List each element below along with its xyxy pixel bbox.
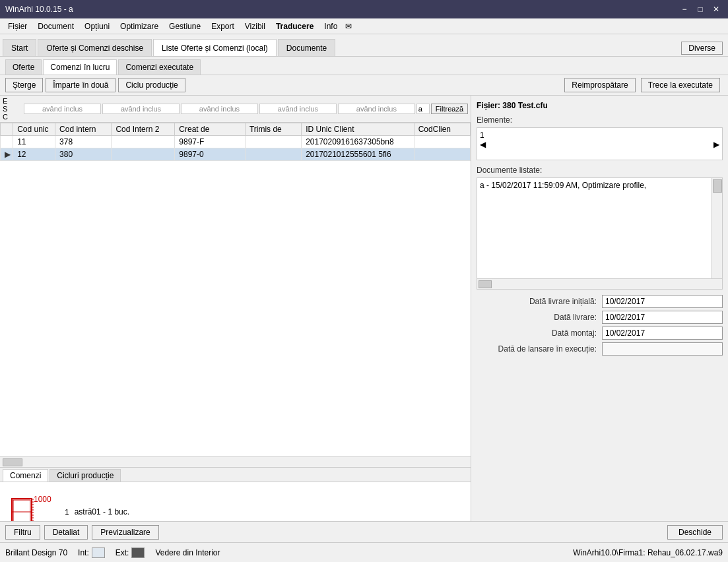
col-header-trimis-de[interactable]: Trimis de: [245, 123, 301, 136]
bottom-tab-cicluri[interactable]: Cicluri producție: [50, 469, 121, 482]
status-design: Brillant Design 70: [5, 548, 67, 557]
filtru-button[interactable]: Filtru: [5, 525, 40, 540]
label-livrare: Dată livrare:: [477, 313, 602, 322]
docs-vertical-scrollbar[interactable]: [711, 178, 722, 278]
cell-trimis-de: [245, 148, 301, 161]
filter-col2[interactable]: având inclus: [102, 104, 180, 114]
menu-gestiune[interactable]: Gestiune: [164, 18, 206, 34]
scroll-left-icon[interactable]: ◀: [480, 140, 486, 149]
title-bar: WinArhi 10.0.15 - a − □ ✕: [0, 0, 728, 18]
menu-vizibil[interactable]: Vizibil: [240, 18, 271, 34]
cell-cod-unic: 11: [13, 136, 55, 148]
sub-tab-oferte[interactable]: Oferte: [5, 59, 42, 75]
top-tabs: Start Oferte și Comenzi deschise Liste O…: [0, 34, 728, 57]
tab-start[interactable]: Start: [3, 39, 36, 56]
cell-cod-intern2: [112, 148, 175, 161]
documente-label: Documente listate:: [477, 166, 723, 175]
input-montaj[interactable]: [602, 327, 723, 340]
horizontal-scrollbar[interactable]: [0, 456, 471, 467]
filter-col6[interactable]: a: [416, 104, 430, 114]
label-montaj: Dată montaj:: [477, 328, 602, 338]
input-livrare-initiala[interactable]: [602, 295, 723, 308]
menu-info[interactable]: Info: [319, 18, 343, 34]
table-row[interactable]: ▶ 12 380 9897-0 2017021012555601 5fi6: [1, 148, 471, 161]
email-icon[interactable]: ✉: [345, 22, 352, 31]
filter-col4[interactable]: având inclus: [259, 104, 337, 114]
filter-col1[interactable]: având inclus: [24, 104, 101, 114]
menu-export[interactable]: Export: [206, 18, 240, 34]
ciclu-button[interactable]: Ciclu producție: [118, 78, 185, 92]
cell-creat-de: 9897-0: [175, 148, 246, 161]
docs-horizontal-scrollbar[interactable]: [477, 278, 722, 289]
minimize-button[interactable]: −: [678, 3, 691, 16]
toolbar-right: Reimprospătare Trece la executate: [564, 78, 723, 92]
data-table: Cod unic Cod intern Cod Intern 2 Creat d…: [0, 123, 471, 161]
int-color-swatch: [92, 547, 105, 558]
elements-box: 1 ◀ ▶: [477, 127, 723, 160]
filter-col3[interactable]: având inclus: [181, 104, 258, 114]
filter-bar: ESC având inclus având inclus având incl…: [0, 96, 471, 123]
sub-tab-comenzi-lucru[interactable]: Comenzi în lucru: [43, 59, 117, 75]
field-row-lansare: Dată de lansare în execuție:: [477, 342, 723, 356]
status-int: Int:: [78, 547, 105, 558]
col-header-cod-unic[interactable]: Cod unic: [13, 123, 55, 136]
right-panel: Fișier: 380 Test.cfu Elemente: 1 ◀ ▶ Doc…: [471, 96, 728, 541]
tab-documente[interactable]: Documente: [278, 39, 335, 56]
imparte-button[interactable]: Împarte în două: [46, 78, 116, 92]
maximize-button[interactable]: □: [694, 3, 707, 16]
bottom-tabs: Comenzi Cicluri producție: [0, 467, 471, 482]
col-header-id-unic[interactable]: ID Unic Client: [302, 123, 414, 136]
sub-tab-comenzi-executate[interactable]: Comenzi executate: [118, 59, 201, 75]
trece-button[interactable]: Trece la executate: [641, 78, 720, 92]
field-row-livrare: Dată livrare:: [477, 311, 723, 324]
filter-col5[interactable]: având inclus: [338, 104, 415, 114]
col-header-arrow: [1, 123, 13, 136]
panels-area: ESC având inclus având inclus având incl…: [0, 96, 728, 541]
tab-liste-oferte[interactable]: Liste Oferte și Comenzi (local): [153, 39, 277, 56]
previzualizare-button[interactable]: Previzualizare: [92, 525, 158, 540]
status-vedere: Vedere din Interior: [155, 548, 220, 557]
filtreaza-button[interactable]: Filtrează: [431, 104, 468, 114]
toolbar: Șterge Împarte în două Ciclu producție R…: [0, 75, 728, 96]
table-row[interactable]: 11 378 9897-F 20170209161637305bn8: [1, 136, 471, 148]
product-number: 1: [65, 507, 69, 517]
elements-value: 1: [480, 131, 719, 140]
menu-optiuni[interactable]: Opțiuni: [79, 18, 115, 34]
status-bar: Brillant Design 70 Int: Ext: Vedere din …: [0, 542, 728, 562]
menu-fisier[interactable]: Fișier: [3, 18, 32, 34]
menu-document[interactable]: Document: [32, 18, 79, 34]
svg-text:1000: 1000: [34, 495, 51, 504]
cell-cod-intern2: [112, 136, 175, 148]
field-row-montaj: Dată montaj:: [477, 327, 723, 340]
label-livrare-initiala: Dată livrare inițială:: [477, 297, 602, 306]
cell-cod-client: [414, 136, 470, 148]
diverse-button[interactable]: Diverse: [681, 42, 723, 55]
documente-text: a - 15/02/2017 11:59:09 AM, Optimizare p…: [480, 181, 719, 202]
status-int-label: Int:: [78, 548, 89, 557]
detaliat-button[interactable]: Detaliat: [44, 525, 88, 540]
deschide-button[interactable]: Deschide: [667, 525, 723, 540]
field-row-livrare-initiala: Dată livrare inițială:: [477, 295, 723, 308]
reimprosp-button[interactable]: Reimprospătare: [564, 78, 635, 92]
file-name: Fișier: 380 Test.cfu: [477, 101, 723, 110]
cell-id-unic: 20170209161637305bn8: [302, 136, 414, 148]
cell-cod-client: [414, 148, 470, 161]
menu-traducere[interactable]: Traducere: [271, 18, 319, 34]
tab-oferte-comenzi[interactable]: Oferte și Comenzi deschise: [38, 39, 152, 56]
sterge-button[interactable]: Șterge: [5, 78, 43, 92]
app-wrapper: WinArhi 10.0.15 - a − □ ✕ Fișier Documen…: [0, 0, 728, 562]
col-header-cod-intern[interactable]: Cod intern: [55, 123, 112, 136]
col-header-creat-de[interactable]: Creat de: [175, 123, 246, 136]
input-livrare[interactable]: [602, 311, 723, 324]
cell-trimis-de: [245, 136, 301, 148]
menu-optimizare[interactable]: Optimizare: [115, 18, 164, 34]
input-lansare[interactable]: [602, 342, 723, 356]
col-header-cod-client[interactable]: CodClien: [414, 123, 470, 136]
col-header-cod-intern2[interactable]: Cod Intern 2: [112, 123, 175, 136]
ext-color-swatch: [131, 547, 145, 558]
close-button[interactable]: ✕: [710, 3, 723, 16]
scroll-right-icon[interactable]: ▶: [713, 140, 719, 149]
status-ext-label: Ext:: [116, 548, 129, 557]
esc-header: ESC: [3, 97, 22, 121]
bottom-tab-comenzi[interactable]: Comenzi: [3, 469, 48, 482]
